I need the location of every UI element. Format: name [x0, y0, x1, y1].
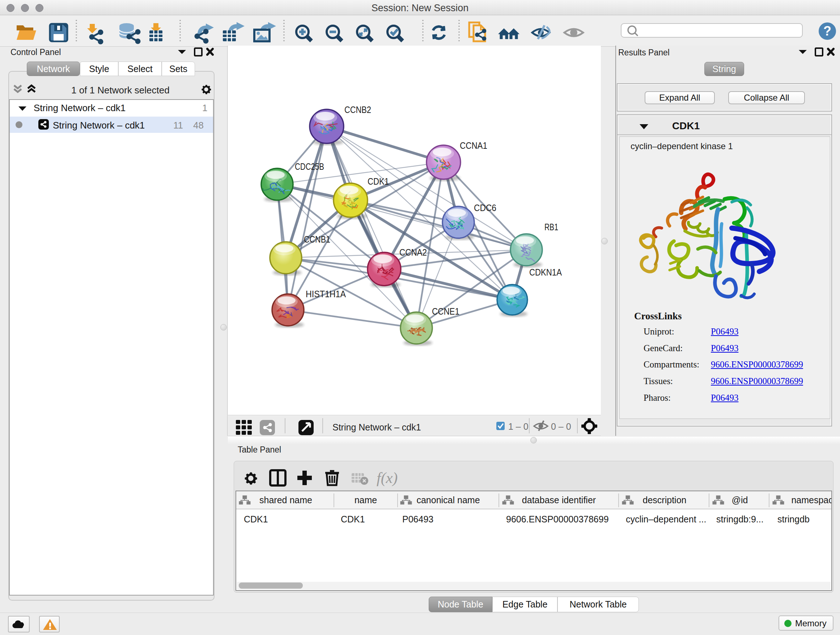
svg-text:stringdb:9...: stringdb:9...	[716, 514, 764, 524]
svg-text:CDKN1A: CDKN1A	[529, 267, 562, 278]
svg-text:9606.ENSP00000378699: 9606.ENSP00000378699	[506, 514, 609, 524]
svg-text:String Network – cdk1: String Network – cdk1	[332, 422, 421, 432]
svg-text:CDK1: CDK1	[368, 176, 389, 187]
svg-text:RB1: RB1	[545, 222, 558, 233]
svg-text:CCNB2: CCNB2	[344, 104, 371, 115]
svg-text:CCNB1: CCNB1	[304, 234, 330, 245]
svg-text:description: description	[643, 495, 687, 505]
svg-text:CCNE1: CCNE1	[432, 306, 459, 317]
svg-text:CDC6: CDC6	[474, 203, 496, 213]
svg-text:P06493: P06493	[402, 514, 433, 524]
svg-text:canonical name: canonical name	[416, 495, 480, 505]
svg-text:f(x): f(x)	[377, 470, 398, 486]
svg-text:shared name: shared name	[259, 495, 312, 505]
svg-text:@id: @id	[732, 495, 748, 505]
svg-text:CCNA1: CCNA1	[460, 140, 487, 151]
svg-text:database identifier: database identifier	[522, 495, 596, 505]
svg-text:namespace: namespace	[791, 495, 831, 505]
svg-text:cyclin–dependent ...: cyclin–dependent ...	[626, 514, 706, 524]
svg-text:HIST1H1A: HIST1H1A	[306, 288, 346, 299]
svg-text:?: ?	[823, 24, 831, 38]
svg-text:0 – 0: 0 – 0	[551, 421, 571, 432]
svg-text:CDK1: CDK1	[341, 514, 365, 524]
svg-text:CDK1: CDK1	[244, 514, 268, 524]
svg-text:1 – 0: 1 – 0	[508, 421, 529, 432]
svg-text:name: name	[355, 495, 377, 505]
svg-text:CCNA2: CCNA2	[399, 247, 427, 258]
svg-text:CDC25B: CDC25B	[295, 161, 324, 172]
svg-text:stringdb: stringdb	[777, 514, 810, 524]
